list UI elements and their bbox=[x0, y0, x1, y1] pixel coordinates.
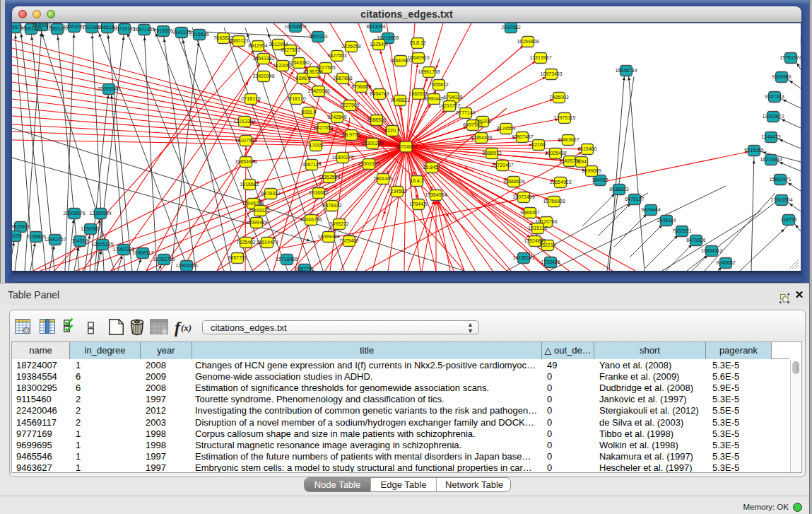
svg-text:16648784: 16648784 bbox=[615, 68, 637, 73]
svg-text:16107563: 16107563 bbox=[235, 138, 257, 143]
svg-text:9396,6: 9396,6 bbox=[295, 76, 311, 81]
svg-text:1916682: 1916682 bbox=[309, 190, 328, 195]
svg-text:16120746: 16120746 bbox=[535, 219, 557, 224]
svg-text:164093: 164093 bbox=[592, 177, 608, 182]
svg-text:15692971: 15692971 bbox=[769, 177, 791, 182]
svg-text:12093872: 12093872 bbox=[762, 114, 784, 119]
svg-text:8938923: 8938923 bbox=[609, 187, 628, 192]
svg-text:14099489: 14099489 bbox=[245, 220, 267, 225]
svg-text:252214: 252214 bbox=[539, 243, 555, 247]
svg-text:17975115: 17975115 bbox=[554, 115, 576, 120]
svg-text:8471626: 8471626 bbox=[686, 238, 705, 243]
svg-text:9777149: 9777149 bbox=[456, 110, 475, 115]
svg-text:1250585: 1250585 bbox=[81, 226, 100, 231]
svg-text:8912954: 8912954 bbox=[248, 43, 267, 48]
svg-text:16671355: 16671355 bbox=[133, 27, 155, 32]
svg-text:7515526: 7515526 bbox=[189, 32, 208, 37]
svg-text:12213383: 12213383 bbox=[233, 119, 255, 124]
svg-text:17016504: 17016504 bbox=[770, 197, 792, 202]
svg-text:1733426: 1733426 bbox=[541, 259, 560, 264]
svg-text:15716485: 15716485 bbox=[276, 257, 298, 262]
svg-text:19384554: 19384554 bbox=[425, 192, 447, 197]
svg-text:5215955: 5215955 bbox=[744, 148, 763, 153]
svg-text:5227505: 5227505 bbox=[340, 103, 359, 107]
svg-text:8454749: 8454749 bbox=[370, 91, 389, 96]
svg-text:16782759: 16782759 bbox=[153, 257, 175, 262]
svg-text:20053346: 20053346 bbox=[98, 86, 119, 91]
svg-text:1916682: 1916682 bbox=[240, 182, 259, 187]
svg-text:9657791: 9657791 bbox=[228, 255, 247, 260]
svg-text:9884067: 9884067 bbox=[520, 210, 539, 215]
svg-text:114519: 114519 bbox=[72, 238, 88, 243]
svg-text:10719185: 10719185 bbox=[113, 26, 135, 31]
svg-text:14099489: 14099489 bbox=[317, 234, 339, 239]
svg-text:8990445: 8990445 bbox=[424, 96, 443, 101]
svg-text:8878332: 8878332 bbox=[322, 203, 341, 208]
svg-text:16961758: 16961758 bbox=[418, 69, 440, 74]
svg-text:20206576: 20206576 bbox=[63, 211, 85, 216]
svg-text:12923446: 12923446 bbox=[175, 263, 197, 268]
svg-text:14136141: 14136141 bbox=[512, 255, 534, 260]
svg-text:1615132: 1615132 bbox=[528, 226, 547, 230]
svg-text:9146821: 9146821 bbox=[390, 98, 409, 103]
svg-text:(x): (x) bbox=[181, 322, 192, 333]
svg-text:7955812: 7955812 bbox=[429, 82, 448, 87]
svg-text:10046786: 10046786 bbox=[300, 217, 322, 222]
svg-text:16,4,3: 16,4,3 bbox=[410, 178, 424, 183]
svg-text:5227505: 5227505 bbox=[316, 65, 335, 70]
svg-text:2935114: 2935114 bbox=[657, 218, 676, 223]
svg-text:5493222: 5493222 bbox=[250, 208, 269, 213]
svg-text:23002175: 23002175 bbox=[358, 161, 379, 166]
svg-text:18,9775: 18,9775 bbox=[342, 132, 360, 137]
svg-text:10046786: 10046786 bbox=[242, 201, 264, 206]
svg-text:1362615: 1362615 bbox=[408, 91, 428, 96]
svg-text:10654112: 10654112 bbox=[701, 248, 723, 253]
svg-text:8031,4: 8031,4 bbox=[301, 110, 317, 115]
svg-text:1244413: 1244413 bbox=[761, 134, 780, 139]
svg-text:8427552: 8427552 bbox=[314, 125, 333, 130]
svg-text:16154808: 16154808 bbox=[517, 39, 539, 44]
svg-text:10958117: 10958117 bbox=[132, 250, 154, 255]
svg-text:12213967: 12213967 bbox=[529, 55, 551, 60]
svg-text:18640910: 18640910 bbox=[407, 55, 429, 60]
svg-text:3267110: 3267110 bbox=[302, 162, 322, 167]
svg-text:6794028: 6794028 bbox=[443, 95, 462, 100]
svg-text:23420046: 23420046 bbox=[252, 74, 274, 78]
svg-text:7357224: 7357224 bbox=[308, 34, 327, 39]
svg-text:13254,9: 13254,9 bbox=[370, 42, 387, 47]
svg-text:116753: 116753 bbox=[781, 217, 797, 222]
svg-text:6479197: 6479197 bbox=[625, 197, 644, 201]
svg-text:2386572: 2386572 bbox=[482, 151, 501, 156]
svg-text:10688609: 10688609 bbox=[502, 179, 524, 184]
svg-text:2718170: 2718170 bbox=[241, 96, 260, 101]
svg-text:20364436: 20364436 bbox=[470, 135, 492, 140]
svg-text:2037682: 2037682 bbox=[501, 25, 520, 30]
svg-text:39159: 39159 bbox=[12, 233, 22, 238]
svg-text:9245652: 9245652 bbox=[716, 260, 735, 265]
svg-text:9141105: 9141105 bbox=[172, 30, 192, 35]
svg-text:18300275: 18300275 bbox=[331, 155, 353, 160]
svg-text:8878332: 8878332 bbox=[261, 191, 280, 196]
svg-text:18300295: 18300295 bbox=[361, 141, 383, 146]
svg-text:17644,5: 17644,5 bbox=[409, 201, 427, 206]
svg-text:18724007: 18724007 bbox=[395, 144, 417, 149]
svg-text:7632621: 7632621 bbox=[672, 228, 691, 233]
svg-text:9242848: 9242848 bbox=[327, 115, 346, 119]
svg-text:15751074: 15751074 bbox=[779, 55, 801, 60]
svg-text:6497503: 6497503 bbox=[463, 122, 482, 127]
svg-text:19654985: 19654985 bbox=[235, 159, 257, 164]
svg-text:9699695: 9699695 bbox=[582, 168, 601, 173]
svg-text:8660123: 8660123 bbox=[229, 38, 248, 43]
svg-text:16033809: 16033809 bbox=[284, 24, 306, 29]
svg-text:1122060: 1122060 bbox=[273, 63, 293, 68]
svg-text:10973493: 10973493 bbox=[540, 71, 562, 76]
svg-text:19756928: 19756928 bbox=[543, 199, 565, 204]
svg-text:12359934: 12359934 bbox=[89, 211, 111, 216]
svg-text:9115460: 9115460 bbox=[578, 146, 597, 151]
svg-text:1588520: 1588520 bbox=[367, 117, 386, 122]
svg-text:7234502: 7234502 bbox=[387, 189, 406, 194]
svg-text:16543382: 16543382 bbox=[252, 56, 274, 61]
svg-text:3912954: 3912954 bbox=[269, 42, 288, 47]
svg-text:2226058: 2226058 bbox=[341, 44, 360, 49]
svg-text:3915931: 3915931 bbox=[12, 224, 30, 229]
